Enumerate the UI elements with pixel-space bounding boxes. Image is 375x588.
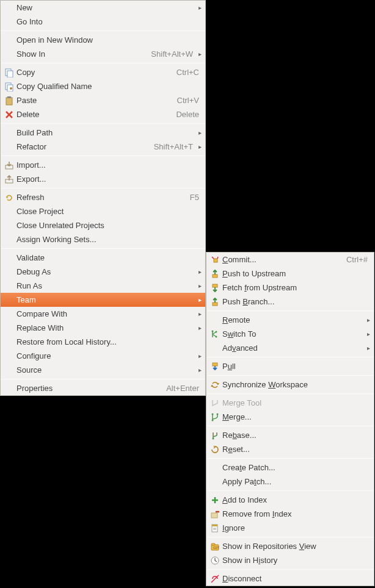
main-item-copy[interactable]: CopyCtrl+C [1, 65, 205, 79]
icon-empty [3, 337, 15, 347]
menu-item-label: Refactor [15, 142, 154, 151]
svg-rect-28 [212, 525, 217, 526]
menu-item-label: Open in New Window [15, 35, 202, 45]
menu-separator [1, 30, 205, 31]
history-icon [209, 556, 221, 565]
main-item-validate[interactable]: Validate [1, 251, 205, 265]
team-item-push-upstream[interactable]: Push to Upstream [206, 267, 374, 281]
main-item-source[interactable]: Source▸ [1, 363, 205, 377]
main-item-compare-with[interactable]: Compare With▸ [1, 307, 205, 321]
main-item-replace-with[interactable]: Replace With▸ [1, 321, 205, 335]
push-icon [209, 269, 221, 279]
main-item-restore-local[interactable]: Restore from Local History... [1, 335, 205, 349]
reset-icon [209, 445, 221, 454]
main-item-team[interactable]: Team▸ [1, 293, 205, 307]
menu-separator [207, 569, 373, 570]
svg-rect-13 [213, 284, 217, 287]
submenu-arrow-icon: ▸ [364, 345, 370, 351]
main-item-refactor[interactable]: RefactorShift+Alt+T▸ [1, 140, 205, 154]
team-item-advanced[interactable]: Advanced▸ [206, 341, 374, 355]
team-item-pull[interactable]: Pull [206, 359, 374, 373]
menu-separator [207, 426, 373, 426]
main-item-copy-qualified[interactable]: Copy Qualified Name [1, 79, 205, 93]
main-item-build-path[interactable]: Build Path▸ [1, 126, 205, 140]
main-item-close-unrelated[interactable]: Close Unrelated Projects [1, 218, 205, 232]
submenu-arrow-icon: ▸ [195, 129, 202, 136]
main-item-close-project[interactable]: Close Project [1, 204, 205, 218]
icon-empty [3, 221, 15, 231]
menu-separator [207, 490, 373, 491]
team-item-show-history[interactable]: Show in History [206, 553, 374, 567]
main-item-configure[interactable]: Configure▸ [1, 349, 205, 363]
main-item-go-into[interactable]: Go Into [1, 15, 205, 29]
svg-point-22 [213, 437, 214, 439]
menu-item-label: Delete [15, 110, 176, 119]
svg-point-21 [212, 419, 214, 421]
submenu-arrow-icon: ▸ [195, 324, 202, 331]
main-item-refresh[interactable]: RefreshF5 [1, 190, 205, 204]
menu-separator [207, 458, 373, 459]
main-item-delete[interactable]: DeleteDelete [1, 107, 205, 121]
team-item-fetch-upstream[interactable]: Fetch from Upstream [206, 281, 374, 295]
team-item-switch-to[interactable]: Switch To▸ [206, 327, 374, 341]
main-item-show-in[interactable]: Show InShift+Alt+W▸ [1, 47, 205, 61]
team-item-disconnect[interactable]: Disconnect [206, 572, 374, 586]
menu-item-label: Ignore [221, 523, 370, 532]
icon-empty [3, 309, 15, 319]
team-item-create-patch[interactable]: Create Patch... [206, 461, 374, 475]
menu-separator [1, 156, 205, 156]
team-item-remove-index[interactable]: Remove from Index [206, 507, 374, 521]
main-item-export[interactable]: Export... [1, 172, 205, 186]
team-item-push-branch[interactable]: Push Branch... [206, 295, 374, 309]
menu-item-label: Team [15, 295, 195, 304]
context-menu-team-submenu: Commit...Ctrl+#Push to UpstreamFetch fro… [206, 252, 374, 586]
main-item-properties[interactable]: PropertiesAlt+Enter [1, 381, 205, 395]
team-item-sync-workspace[interactable]: Synchronize Workspace [206, 378, 374, 392]
menu-item-shortcut: Shift+Alt+T [154, 142, 195, 151]
menu-item-shortcut: Ctrl+C [177, 68, 202, 77]
main-item-paste[interactable]: PasteCtrl+V [1, 93, 205, 107]
icon-empty [3, 365, 15, 375]
svg-rect-1 [7, 71, 13, 77]
menu-separator [1, 123, 205, 124]
main-item-assign-ws[interactable]: Assign Working Sets... [1, 232, 205, 246]
menu-item-label: Advanced [221, 343, 364, 353]
main-item-open-new-window[interactable]: Open in New Window [1, 33, 205, 47]
branches-icon [209, 329, 221, 339]
team-item-rebase[interactable]: Rebase... [206, 428, 374, 442]
menu-separator [207, 375, 373, 376]
menu-item-label: Properties [15, 384, 166, 393]
team-item-reset[interactable]: Reset... [206, 442, 374, 456]
svg-point-17 [216, 335, 217, 337]
menu-separator [207, 537, 373, 537]
team-item-commit[interactable]: Commit...Ctrl+# [206, 253, 374, 267]
team-item-ignore[interactable]: Ignore [206, 521, 374, 535]
menu-item-label: Pull [221, 362, 370, 371]
submenu-arrow-icon: ▸ [364, 317, 370, 323]
main-item-run-as[interactable]: Run As▸ [1, 279, 205, 293]
svg-point-4 [10, 87, 12, 90]
svg-rect-25 [211, 513, 217, 518]
submenu-arrow-icon: ▸ [195, 353, 202, 359]
menu-separator [207, 310, 373, 311]
svg-rect-5 [6, 98, 12, 105]
icon-empty [209, 463, 221, 473]
team-item-apply-patch[interactable]: Apply Patch... [206, 475, 374, 489]
svg-point-15 [212, 330, 214, 332]
team-item-show-repo-view[interactable]: GITShow in Repositories View [206, 539, 374, 553]
menu-item-label: Assign Working Sets... [15, 235, 202, 244]
main-item-new[interactable]: New▸ [1, 1, 205, 15]
icon-empty [3, 295, 15, 305]
context-menu-main: New▸Go IntoOpen in New WindowShow InShif… [0, 0, 206, 396]
main-item-import[interactable]: Import... [1, 158, 205, 172]
team-item-add-index[interactable]: Add to Index [206, 493, 374, 507]
team-item-merge[interactable]: Merge... [206, 410, 374, 424]
svg-rect-12 [213, 274, 217, 278]
svg-rect-11 [214, 259, 217, 262]
menu-item-label: New [15, 3, 195, 12]
svg-point-20 [217, 413, 219, 415]
team-item-remote[interactable]: Remote▸ [206, 313, 374, 327]
disconnect-icon [209, 574, 221, 584]
main-item-debug-as[interactable]: Debug As▸ [1, 265, 205, 279]
menu-separator [207, 357, 373, 357]
